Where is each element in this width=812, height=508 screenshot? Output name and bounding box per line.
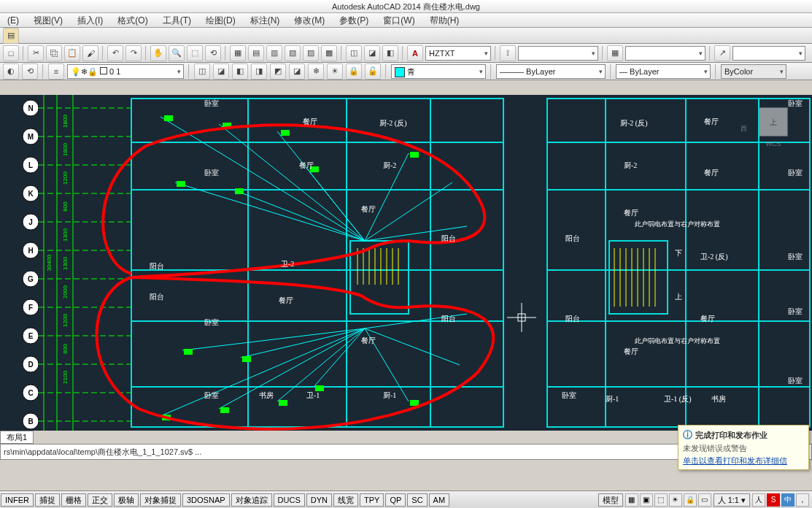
ssm-icon[interactable]: ▧ <box>285 45 301 61</box>
status-极轴[interactable]: 极轴 <box>114 493 139 507</box>
plotstyle-dropdown[interactable]: ByColor <box>721 64 786 79</box>
status-lock-icon[interactable]: 🔒 <box>684 493 697 507</box>
layeriso-icon[interactable]: ◐ <box>3 64 19 80</box>
layerwalk-icon[interactable]: ◪ <box>213 64 229 80</box>
dsm-icon[interactable]: ▤ <box>248 45 264 61</box>
status-grid-icon[interactable]: ▦ <box>625 493 638 507</box>
block-icon[interactable]: ◫ <box>346 45 362 61</box>
layerlock-icon[interactable]: 🔒 <box>346 64 362 80</box>
status-tpy[interactable]: TPY <box>360 493 384 507</box>
dimstyle-icon[interactable]: ⟟ <box>500 45 516 61</box>
qcalc-icon[interactable]: ▩ <box>321 45 337 61</box>
layer-dropdown[interactable]: 💡❄🔒0 1 <box>67 64 184 79</box>
viewcube[interactable]: 西 上 WCS <box>748 104 799 155</box>
menu-help[interactable]: 帮助(H) <box>422 13 467 27</box>
status-对象追踪[interactable]: 对象追踪 <box>231 493 272 507</box>
mleader-dropdown[interactable] <box>732 46 805 61</box>
viewcube-face[interactable]: 上 <box>759 107 788 136</box>
svg-rect-95 <box>279 400 287 406</box>
layeron-icon[interactable]: ◪ <box>289 64 305 80</box>
menu-tools[interactable]: 工具(T) <box>155 13 198 27</box>
status-栅格[interactable]: 栅格 <box>61 493 86 507</box>
plot-notify-balloon[interactable]: 完成打印和发布作业 未发现错误或警告 单击以查看打印和发布详细信 <box>678 425 809 470</box>
app-menu-icon[interactable]: ▤ <box>3 28 19 44</box>
drawing-canvas[interactable]: NMLKJHGFEDCB 180018001200800130013002000… <box>0 95 812 431</box>
menu-window[interactable]: 窗口(W) <box>376 13 422 27</box>
layout-tab-1[interactable]: 布局1 <box>0 431 34 444</box>
grid-bubbles: NMLKJHGFEDCB <box>23 100 131 429</box>
menu-insert[interactable]: 插入(I) <box>70 13 110 27</box>
markup-icon[interactable]: ▨ <box>303 45 319 61</box>
lineweight-dropdown[interactable]: — ByLayer <box>616 64 711 79</box>
xref-icon[interactable]: ◪ <box>364 45 380 61</box>
status-ws-icon[interactable]: ⬚ <box>654 493 668 507</box>
textstyle-dropdown[interactable]: HZTXT <box>425 46 491 61</box>
menu-edit[interactable]: (E) <box>0 13 26 27</box>
svg-text:1800: 1800 <box>62 143 69 156</box>
layout-tabs: 布局1 <box>0 431 34 444</box>
layerunlock-icon[interactable]: 🔓 <box>365 64 381 80</box>
zoom-icon[interactable]: 🔍 <box>169 45 185 61</box>
status-infer[interactable]: INFER <box>1 493 34 507</box>
status-qp[interactable]: QP <box>385 493 406 507</box>
layerthw-icon[interactable]: ☀ <box>327 64 343 80</box>
render-icon[interactable]: ◧ <box>382 45 398 61</box>
cut-icon[interactable]: ✂ <box>28 45 44 61</box>
copy-icon[interactable]: ⿻ <box>46 45 62 61</box>
mleader-icon[interactable]: ↗ <box>714 45 730 61</box>
text-a-icon[interactable]: A <box>407 45 423 61</box>
tablestyle-dropdown[interactable] <box>625 46 705 61</box>
status-am[interactable]: AM <box>429 493 450 507</box>
zoom-window-icon[interactable]: ⬚ <box>187 45 203 61</box>
new-icon[interactable]: □ <box>3 45 19 61</box>
status-正交[interactable]: 正交 <box>88 493 112 507</box>
status-线宽[interactable]: 线宽 <box>333 493 358 507</box>
pan-icon[interactable]: ✋ <box>150 45 166 61</box>
status-ducs[interactable]: DUCS <box>274 493 305 507</box>
toolpal-icon[interactable]: ▥ <box>266 45 282 61</box>
status-annoscale[interactable]: 人 1:1 ▾ <box>714 493 750 507</box>
dimstyle-dropdown[interactable] <box>518 46 598 61</box>
status-dyn[interactable]: DYN <box>306 493 332 507</box>
status-ime-s-icon[interactable]: S <box>767 493 780 507</box>
layermatch-icon[interactable]: ◧ <box>232 64 248 80</box>
matchprop-icon[interactable]: 🖌 <box>82 45 98 61</box>
menu-param[interactable]: 参数(P) <box>332 13 376 27</box>
status-3dosnap[interactable]: 3DOSNAP <box>182 493 230 507</box>
menu-format[interactable]: 格式(O) <box>110 13 155 27</box>
paste-icon[interactable]: 📋 <box>64 45 80 61</box>
status-sc[interactable]: SC <box>407 493 427 507</box>
status-object-icon[interactable]: ▭ <box>698 493 711 507</box>
menu-draw[interactable]: 绘图(D) <box>198 13 243 27</box>
notify-link[interactable]: 单击以查看打印和发布详细信 <box>683 455 804 466</box>
layercur-icon[interactable]: ◨ <box>251 64 267 80</box>
tablestyle-icon[interactable]: ▦ <box>607 45 623 61</box>
zoom-prev-icon[interactable]: ⟲ <box>205 45 221 61</box>
props-icon[interactable]: ▦ <box>230 45 246 61</box>
svg-text:卧室: 卧室 <box>204 318 219 326</box>
status-ime-zh-icon[interactable]: 中 <box>781 493 794 507</box>
status-对象捕捉[interactable]: 对象捕捉 <box>140 493 181 507</box>
svg-text:餐厅: 餐厅 <box>279 296 293 304</box>
status-捕捉[interactable]: 捕捉 <box>35 493 60 507</box>
status-ime-punct-icon[interactable]: , <box>796 493 809 507</box>
status-anno-icon[interactable]: 人 <box>752 493 765 507</box>
menu-modify[interactable]: 修改(M) <box>287 13 332 27</box>
layerstate-icon[interactable]: ◫ <box>194 64 210 80</box>
menu-dimension[interactable]: 标注(N) <box>243 13 287 27</box>
color-dropdown[interactable]: 青 <box>391 64 486 79</box>
redo-icon[interactable]: ↷ <box>125 45 142 61</box>
undo-icon[interactable]: ↶ <box>107 45 123 61</box>
layer-prev-icon[interactable]: ⟲ <box>22 64 38 80</box>
status-snap-icon[interactable]: ▣ <box>640 493 653 507</box>
svg-text:此户弱电布置与右户对称布置: 此户弱电布置与右户对称布置 <box>635 220 720 228</box>
svg-text:餐厅: 餐厅 <box>361 336 376 345</box>
layerfrz-icon[interactable]: ❄ <box>308 64 324 80</box>
svg-text:2100: 2100 <box>62 371 69 384</box>
menu-view[interactable]: 视图(V) <box>26 13 70 27</box>
layermgr-icon[interactable]: ≡ <box>48 64 64 80</box>
linetype-dropdown[interactable]: ——— ByLayer <box>496 64 606 79</box>
status-sun-icon[interactable]: ☀ <box>669 493 682 507</box>
status-model[interactable]: 模型 <box>598 493 623 507</box>
layeroff-icon[interactable]: ◩ <box>270 64 286 80</box>
